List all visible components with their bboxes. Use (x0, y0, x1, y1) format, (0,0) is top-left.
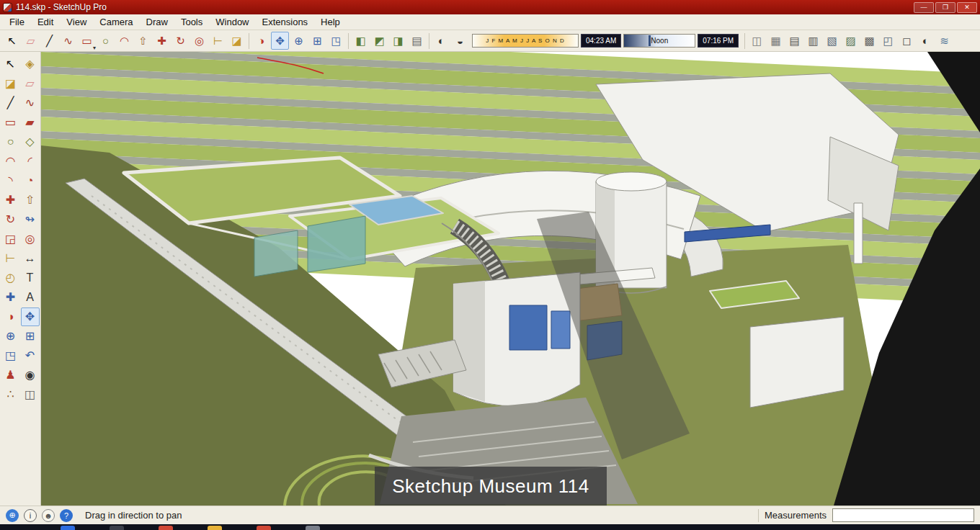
taskbar-app-icon[interactable] (159, 526, 173, 530)
freehand-tool[interactable]: ∿ (21, 94, 40, 112)
shadow-start-time[interactable]: 04:23 AM (581, 34, 621, 48)
taskbar-app-icon[interactable] (110, 526, 124, 530)
rectangle-tool[interactable]: ▭ (78, 32, 96, 50)
xray-style[interactable]: ◰ (879, 32, 897, 50)
look-around-tool[interactable]: ◉ (21, 366, 40, 385)
scenes-button[interactable]: ◻ (898, 32, 916, 50)
front-view[interactable]: ◨ (389, 32, 407, 50)
shaded-style[interactable]: ▧ (823, 32, 841, 50)
help-icon[interactable]: ? (60, 509, 73, 522)
hidden-line-style[interactable]: ▥ (804, 32, 822, 50)
zoom-tool[interactable]: ⊕ (1, 327, 20, 346)
shadow-settings-button[interactable]: ◐ (432, 32, 450, 50)
rectangle-tool[interactable]: ▭ (1, 113, 20, 132)
pan-tool[interactable]: ✥ (271, 32, 289, 50)
wireframe-style[interactable]: ▤ (785, 32, 803, 50)
offset-tool[interactable]: ◎ (21, 230, 40, 248)
menu-item[interactable]: Draw (140, 15, 174, 29)
taskbar-app-icon[interactable] (208, 526, 222, 530)
push-pull-tool[interactable]: ⇧ (134, 32, 152, 50)
walk-tool[interactable]: ∴ (1, 385, 20, 404)
menu-item[interactable]: Camera (93, 15, 139, 29)
zoom-extents-tool[interactable]: ◳ (327, 32, 345, 50)
user-icon[interactable]: ☻ (42, 509, 55, 522)
rotate-tool[interactable]: ↻ (1, 210, 20, 229)
maximize-button[interactable]: ❐ (935, 2, 956, 13)
menu-item[interactable]: Extensions (256, 15, 315, 29)
pie-tool[interactable]: ◔ (21, 171, 40, 190)
axes-tool[interactable]: ✚ (1, 288, 20, 307)
previous-view-tool[interactable]: ↶ (21, 346, 40, 365)
geolocation-icon[interactable]: ⊕ (6, 509, 19, 522)
minimize-button[interactable]: — (914, 2, 934, 13)
eraser-tool[interactable]: ▱ (21, 74, 40, 93)
close-button[interactable]: ✕ (957, 2, 977, 13)
text-tool[interactable]: T (21, 269, 40, 287)
select-tool[interactable]: ↖ (1, 55, 20, 73)
three-point-arc-tool[interactable]: ◝ (1, 171, 20, 190)
two-point-arc-tool[interactable]: ◜ (21, 152, 40, 171)
measurements-input[interactable] (832, 508, 974, 522)
iso-view[interactable]: ◧ (352, 32, 370, 50)
offset-tool[interactable]: ◎ (190, 32, 208, 50)
make-component-tool[interactable]: ◈ (21, 55, 40, 73)
line-tool[interactable]: ╱ (40, 32, 58, 50)
fog-button[interactable]: ≋ (935, 32, 953, 50)
position-camera-tool[interactable]: ♟ (1, 366, 20, 385)
protractor-tool[interactable]: ◴ (1, 269, 20, 287)
orbit-tool[interactable]: ◑ (252, 32, 270, 50)
eraser-tool[interactable]: ▱ (22, 32, 40, 50)
paint-bucket-tool[interactable]: ◪ (228, 32, 246, 50)
windows-taskbar[interactable] (0, 524, 980, 530)
shadow-month-strip[interactable]: J F M A M J J A S O N D (472, 34, 579, 48)
section-plane-tool[interactable]: ◫ (21, 385, 40, 404)
orbit-tool[interactable]: ◑ (1, 307, 20, 326)
section-cuts-button[interactable]: ▦ (767, 32, 785, 50)
zoom-window-tool[interactable]: ⊞ (21, 327, 40, 346)
pan-tool[interactable]: ✥ (21, 307, 40, 326)
tape-measure-tool[interactable]: ⊢ (209, 32, 227, 50)
section-plane-button[interactable]: ◫ (748, 32, 766, 50)
arc-tool[interactable]: ◠ (115, 32, 133, 50)
zoom-tool[interactable]: ⊕ (290, 32, 308, 50)
styles-button[interactable]: ▤ (408, 32, 426, 50)
taskbar-app-icon[interactable] (257, 526, 271, 530)
shadow-time-slider[interactable]: Noon (623, 34, 695, 48)
zoom-window-tool[interactable]: ⊞ (308, 32, 326, 50)
menu-item[interactable]: File (3, 15, 31, 29)
shadows-dialog-button[interactable]: ◐ (917, 32, 935, 50)
zoom-extents-tool[interactable]: ◳ (1, 346, 20, 365)
circle-tool[interactable]: ○ (97, 32, 115, 50)
info-icon[interactable]: i (24, 509, 37, 522)
polygon-tool[interactable]: ◇ (21, 132, 40, 151)
menu-item[interactable]: Tools (174, 15, 209, 29)
tape-measure-tool[interactable]: ⊢ (1, 249, 20, 268)
rotated-rectangle-tool[interactable]: ▰ (21, 113, 40, 132)
menu-item[interactable]: Window (209, 15, 255, 29)
dimension-tool[interactable]: ↔ (21, 249, 40, 268)
title-bar[interactable]: 114.skp - SketchUp Pro —❐✕ (0, 0, 980, 14)
taskbar-app-icon[interactable] (306, 526, 320, 530)
menu-item[interactable]: Help (314, 15, 347, 29)
circle-tool[interactable]: ○ (1, 132, 20, 151)
monochrome-style[interactable]: ▩ (860, 32, 878, 50)
move-tool[interactable]: ✚ (1, 191, 20, 210)
arc-tool[interactable]: ◠ (1, 152, 20, 171)
select-tool[interactable]: ↖ (3, 32, 21, 50)
rotate-tool[interactable]: ↻ (172, 32, 190, 50)
three-d-text-tool[interactable]: A (21, 288, 40, 307)
menu-item[interactable]: Edit (31, 15, 60, 29)
move-tool[interactable]: ✚ (153, 32, 171, 50)
freehand-tool[interactable]: ∿ (59, 32, 77, 50)
scale-tool[interactable]: ◲ (1, 230, 20, 248)
shaded-textures-style[interactable]: ▨ (842, 32, 860, 50)
shadow-toggle-button[interactable]: ◒ (451, 32, 469, 50)
follow-me-tool[interactable]: ↬ (21, 210, 40, 229)
top-view[interactable]: ◩ (370, 32, 388, 50)
push-pull-tool[interactable]: ⇧ (21, 191, 40, 210)
line-tool[interactable]: ╱ (1, 94, 20, 112)
model-viewport[interactable]: Sketchup Museum 114 (41, 52, 980, 506)
paint-bucket-tool[interactable]: ◪ (1, 74, 20, 93)
menu-item[interactable]: View (60, 15, 93, 29)
shadow-end-time[interactable]: 07:16 PM (698, 34, 739, 48)
